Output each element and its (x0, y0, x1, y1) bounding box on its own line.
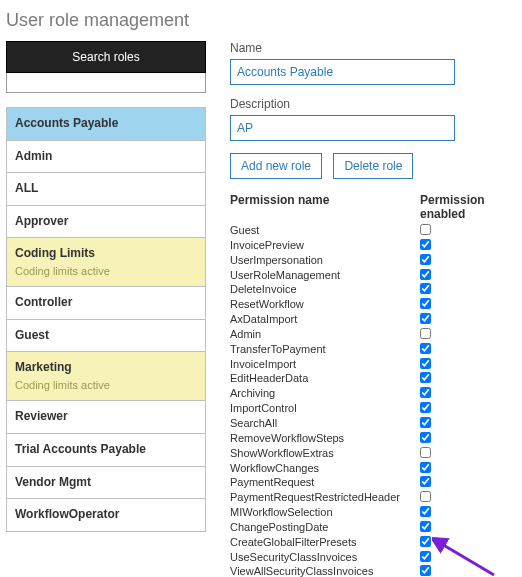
permission-row: EditHeaderData (230, 371, 516, 386)
role-item[interactable]: Vendor Mgmt (6, 467, 206, 500)
permission-name: InvoicePreview (230, 238, 420, 253)
permission-checkbox[interactable] (420, 269, 431, 280)
permission-row: UserRoleManagement (230, 268, 516, 283)
role-item[interactable]: MarketingCoding limits active (6, 352, 206, 401)
permission-checkbox[interactable] (420, 224, 431, 235)
add-new-role-button[interactable]: Add new role (230, 153, 322, 179)
permission-row: WorkflowChanges (230, 461, 516, 476)
role-item-label: Admin (15, 149, 52, 163)
permission-list: GuestInvoicePreviewUserImpersonationUser… (230, 223, 516, 577)
permission-row: TransferToPayment (230, 342, 516, 357)
permission-name: DeleteInvoice (230, 282, 420, 297)
permission-name: TransferToPayment (230, 342, 420, 357)
permission-checkbox[interactable] (420, 372, 431, 383)
permission-row: ChangePostingDate (230, 520, 516, 535)
permission-name: InvoiceImport (230, 357, 420, 372)
permission-name: EditHeaderData (230, 371, 420, 386)
permission-row: PaymentRequestRestrictedHeader (230, 490, 516, 505)
role-item[interactable]: Admin (6, 141, 206, 174)
permission-name: MIWorkflowSelection (230, 505, 420, 520)
permission-row: MIWorkflowSelection (230, 505, 516, 520)
permission-checkbox[interactable] (420, 283, 431, 294)
permission-checkbox[interactable] (420, 491, 431, 502)
role-item[interactable]: Reviewer (6, 401, 206, 434)
permission-checkbox[interactable] (420, 447, 431, 458)
permission-checkbox[interactable] (420, 313, 431, 324)
permission-name: CreateGlobalFilterPresets (230, 535, 420, 550)
role-item-sublabel: Coding limits active (15, 264, 197, 278)
permission-row: Archiving (230, 386, 516, 401)
permission-name: UserImpersonation (230, 253, 420, 268)
permission-checkbox[interactable] (420, 565, 431, 576)
permission-name: ResetWorkflow (230, 297, 420, 312)
role-item[interactable]: Trial Accounts Payable (6, 434, 206, 467)
permission-name: Archiving (230, 386, 420, 401)
role-item-label: Controller (15, 295, 72, 309)
name-input[interactable] (230, 59, 455, 85)
permission-name: WorkflowChanges (230, 461, 420, 476)
permission-name: AxDataImport (230, 312, 420, 327)
permission-name: RemoveWorkflowSteps (230, 431, 420, 446)
permission-checkbox[interactable] (420, 387, 431, 398)
role-item[interactable]: Coding LimitsCoding limits active (6, 238, 206, 287)
permission-name-header: Permission name (230, 193, 420, 221)
permission-row: ImportControl (230, 401, 516, 416)
permission-checkbox[interactable] (420, 298, 431, 309)
permission-row: RemoveWorkflowSteps (230, 431, 516, 446)
permission-checkbox[interactable] (420, 343, 431, 354)
permission-checkbox[interactable] (420, 551, 431, 562)
permission-name: UserRoleManagement (230, 268, 420, 283)
role-item[interactable]: WorkflowOperator (6, 499, 206, 532)
permission-checkbox[interactable] (420, 506, 431, 517)
role-item[interactable]: Approver (6, 206, 206, 239)
permission-checkbox[interactable] (420, 462, 431, 473)
description-label: Description (230, 97, 516, 111)
search-roles-button[interactable]: Search roles (6, 41, 206, 73)
role-item-label: Vendor Mgmt (15, 475, 91, 489)
permission-row: AxDataImport (230, 312, 516, 327)
permission-checkbox[interactable] (420, 521, 431, 532)
permission-row: Admin (230, 327, 516, 342)
permission-row: PaymentRequest (230, 475, 516, 490)
permission-name: ImportControl (230, 401, 420, 416)
permission-row: UserImpersonation (230, 253, 516, 268)
permission-enabled-header: Permission enabled (420, 193, 516, 221)
role-item-label: Marketing (15, 360, 72, 374)
permission-row: UseSecurityClassInvoices (230, 550, 516, 565)
permission-name: PaymentRequest (230, 475, 420, 490)
role-item[interactable]: Accounts Payable (6, 108, 206, 141)
permission-checkbox[interactable] (420, 432, 431, 443)
permission-row: ResetWorkflow (230, 297, 516, 312)
permission-name: PaymentRequestRestrictedHeader (230, 490, 420, 505)
permission-checkbox[interactable] (420, 476, 431, 487)
permission-checkbox[interactable] (420, 239, 431, 250)
permission-header: Permission name Permission enabled (230, 193, 516, 221)
permission-row: ViewAllSecurityClassInvoices (230, 564, 516, 577)
permission-name: Admin (230, 327, 420, 342)
delete-role-button[interactable]: Delete role (333, 153, 413, 179)
permission-row: DeleteInvoice (230, 282, 516, 297)
permission-name: ShowWorkflowExtras (230, 446, 420, 461)
role-item-label: Approver (15, 214, 68, 228)
search-roles-input[interactable] (6, 73, 206, 93)
role-item-label: WorkflowOperator (15, 507, 119, 521)
permission-checkbox[interactable] (420, 254, 431, 265)
role-item[interactable]: Controller (6, 287, 206, 320)
permission-row: Guest (230, 223, 516, 238)
role-item[interactable]: Guest (6, 320, 206, 353)
permission-row: InvoiceImport (230, 357, 516, 372)
role-item-label: Trial Accounts Payable (15, 442, 146, 456)
role-item-label: Accounts Payable (15, 116, 118, 130)
permission-checkbox[interactable] (420, 402, 431, 413)
permission-row: InvoicePreview (230, 238, 516, 253)
role-item[interactable]: ALL (6, 173, 206, 206)
permission-checkbox[interactable] (420, 328, 431, 339)
permission-checkbox[interactable] (420, 358, 431, 369)
left-sidebar: Search roles Accounts PayableAdminALLApp… (6, 41, 206, 532)
permission-checkbox[interactable] (420, 417, 431, 428)
permission-checkbox[interactable] (420, 536, 431, 547)
description-input[interactable] (230, 115, 455, 141)
permission-name: Guest (230, 223, 420, 238)
role-item-label: Reviewer (15, 409, 68, 423)
permission-name: SearchAll (230, 416, 420, 431)
